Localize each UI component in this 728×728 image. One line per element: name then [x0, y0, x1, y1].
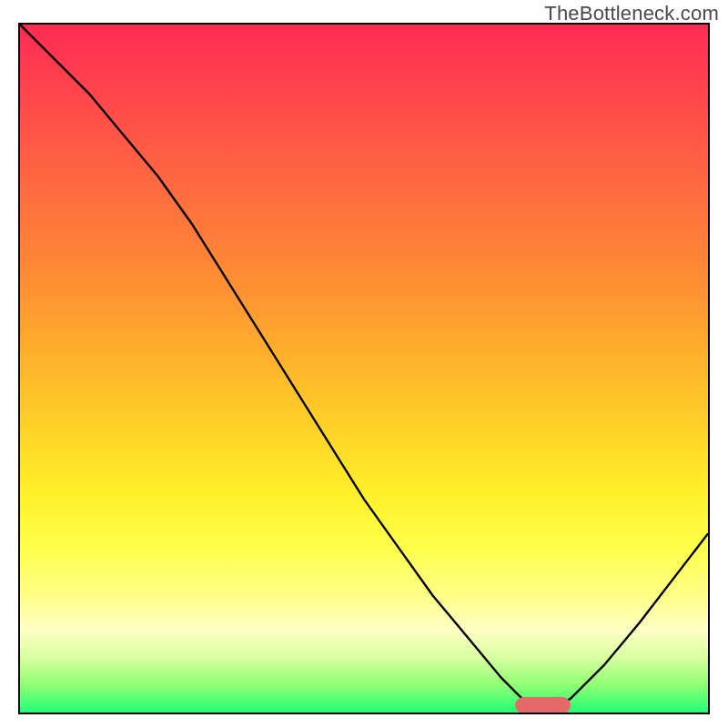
- bottleneck-curve-path: [20, 25, 708, 705]
- watermark-text: TheBottleneck.com: [544, 2, 719, 25]
- bottleneck-chart: TheBottleneck.com: [0, 0, 728, 728]
- optimum-marker: [515, 697, 570, 713]
- curve-svg: [20, 25, 708, 713]
- plot-area: [18, 23, 710, 714]
